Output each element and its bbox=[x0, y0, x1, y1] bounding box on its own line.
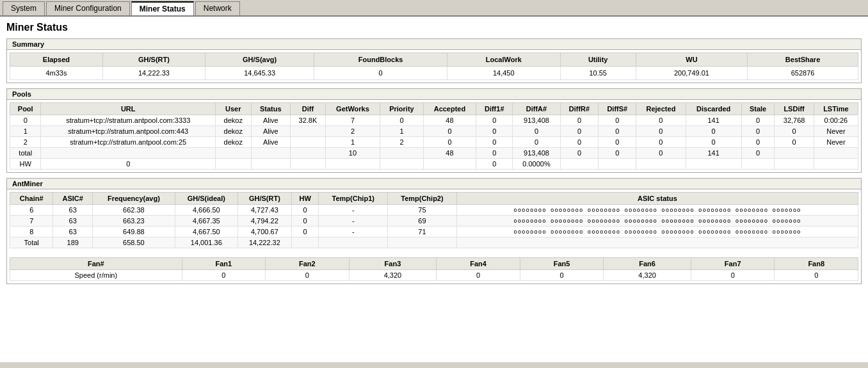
table-cell: oooooooo oooooooo oooooooo oooooooo oooo… bbox=[456, 227, 858, 237]
table-cell: 0 bbox=[560, 115, 599, 126]
chain-table: Chain#ASIC#Frequency(avg)GH/S(ideal)GH/S… bbox=[10, 192, 858, 248]
summary-col-header: Utility bbox=[560, 53, 636, 67]
chain-col-header: GH/S(RT) bbox=[237, 193, 291, 205]
summary-col-header: LocalWork bbox=[447, 53, 561, 67]
table-cell bbox=[775, 148, 814, 159]
table-row: HW000.0000% bbox=[10, 159, 858, 170]
table-cell bbox=[599, 159, 636, 170]
pools-col-header: LSDiff bbox=[775, 103, 814, 115]
table-cell: 0 bbox=[560, 148, 599, 159]
summary-header: Summary bbox=[7, 39, 861, 50]
table-cell: total bbox=[10, 148, 41, 159]
chain-col-header: ASIC status bbox=[456, 193, 858, 205]
table-cell: 0 bbox=[599, 115, 636, 126]
table-cell bbox=[319, 237, 388, 248]
table-cell: 14,222.32 bbox=[237, 237, 291, 248]
table-cell: 4,794.22 bbox=[237, 216, 291, 227]
chain-col-header: HW bbox=[291, 193, 319, 205]
page-title: Miner Status bbox=[6, 22, 862, 33]
table-cell: stratum+tcp://stratum.antpool.com:3333 bbox=[41, 115, 215, 126]
table-cell: - bbox=[319, 216, 388, 227]
table-cell bbox=[380, 159, 424, 170]
chain-col-header: GH/S(ideal) bbox=[175, 193, 237, 205]
chain-col-header: Temp(Chip1) bbox=[319, 193, 388, 205]
table-cell: 4,666.50 bbox=[175, 205, 237, 216]
pools-col-header: DiffA# bbox=[513, 103, 560, 115]
pools-col-header: DiffR# bbox=[560, 103, 599, 115]
table-cell: 4,320 bbox=[349, 270, 437, 281]
table-row: 1stratum+tcp://stratum.antpool.com:443de… bbox=[10, 126, 858, 137]
table-cell: 63 bbox=[53, 227, 93, 237]
table-cell: 0 bbox=[476, 137, 513, 148]
table-cell bbox=[775, 159, 814, 170]
table-cell: 0 bbox=[380, 115, 424, 126]
summary-col-header: BestShare bbox=[748, 53, 858, 67]
table-row: 863649.884,667.504,700.670-71oooooooo oo… bbox=[10, 227, 858, 237]
table-cell bbox=[215, 148, 251, 159]
summary-col-header: GH/S(RT) bbox=[102, 53, 205, 67]
tab-miner-status[interactable]: Miner Status bbox=[131, 1, 194, 15]
table-cell: 63 bbox=[53, 205, 93, 216]
table-cell: 2 bbox=[380, 137, 424, 148]
table-cell bbox=[41, 148, 215, 159]
table-cell: 7 bbox=[325, 115, 380, 126]
chain-col-header: Temp(Chip2) bbox=[388, 193, 457, 205]
table-cell: 0 bbox=[599, 126, 636, 137]
table-cell: 0 bbox=[476, 126, 513, 137]
pools-col-header: DiffS# bbox=[599, 103, 636, 115]
pools-col-header: Diff1# bbox=[476, 103, 513, 115]
table-cell: Total bbox=[10, 237, 53, 248]
pools-col-header: Diff bbox=[290, 103, 325, 115]
table-cell: 0 bbox=[741, 115, 775, 126]
table-cell: 0 bbox=[741, 126, 775, 137]
table-cell: 0 bbox=[741, 148, 775, 159]
summary-table: ElapsedGH/S(RT)GH/S(avg)FoundBlocksLocal… bbox=[10, 52, 858, 80]
table-cell: 6 bbox=[10, 205, 53, 216]
table-cell bbox=[814, 148, 858, 159]
pools-col-header: GetWorks bbox=[325, 103, 380, 115]
table-cell bbox=[290, 159, 325, 170]
table-cell bbox=[251, 159, 290, 170]
table-cell: 0 bbox=[291, 227, 319, 237]
table-cell: 0 bbox=[686, 126, 741, 137]
fan-col-header: Fan7 bbox=[691, 258, 774, 270]
fan-col-header: Fan3 bbox=[349, 258, 437, 270]
table-cell: 0 bbox=[560, 126, 599, 137]
table-cell: dekoz bbox=[215, 115, 251, 126]
table-row: 0stratum+tcp://stratum.antpool.com:3333d… bbox=[10, 115, 858, 126]
table-cell: 0 bbox=[775, 126, 814, 137]
table-cell bbox=[290, 126, 325, 137]
table-row: 2stratum+tcp://stratum.antpool.com:25dek… bbox=[10, 137, 858, 148]
table-cell: 4,700.67 bbox=[237, 227, 291, 237]
fan-col-header: Fan4 bbox=[437, 258, 520, 270]
summary-section: Summary ElapsedGH/S(RT)GH/S(avg)FoundBlo… bbox=[6, 38, 862, 83]
table-cell: 0 bbox=[691, 270, 774, 281]
tab-miner-configuration[interactable]: Miner Configuration bbox=[46, 1, 130, 15]
fan-col-header: Fan6 bbox=[604, 258, 691, 270]
table-cell: Never bbox=[814, 137, 858, 148]
tab-network[interactable]: Network bbox=[195, 1, 240, 15]
table-cell: 48 bbox=[423, 148, 476, 159]
table-cell: 4,667.50 bbox=[175, 227, 237, 237]
fan-col-header: Fan# bbox=[10, 258, 182, 270]
table-cell: 2 bbox=[325, 126, 380, 137]
summary-content: ElapsedGH/S(RT)GH/S(avg)FoundBlocksLocal… bbox=[7, 50, 861, 83]
table-cell: 0 bbox=[741, 137, 775, 148]
table-cell: 0 bbox=[513, 126, 560, 137]
table-cell: 48 bbox=[423, 115, 476, 126]
summary-col-header: GH/S(avg) bbox=[205, 53, 314, 67]
table-cell bbox=[290, 137, 325, 148]
tab-system[interactable]: System bbox=[3, 1, 45, 15]
table-cell: dekoz bbox=[215, 126, 251, 137]
table-cell: oooooooo oooooooo oooooooo oooooooo oooo… bbox=[456, 205, 858, 216]
table-cell bbox=[215, 159, 251, 170]
table-cell: 0 bbox=[423, 126, 476, 137]
table-cell: 0 bbox=[520, 270, 603, 281]
summary-col-header: Elapsed bbox=[10, 53, 103, 67]
table-cell: 1 bbox=[325, 137, 380, 148]
table-cell: 0 bbox=[599, 148, 636, 159]
table-cell: 0 bbox=[560, 137, 599, 148]
table-cell: 4,727.43 bbox=[237, 205, 291, 216]
chain-col-header: Chain# bbox=[10, 193, 53, 205]
table-cell bbox=[291, 237, 319, 248]
